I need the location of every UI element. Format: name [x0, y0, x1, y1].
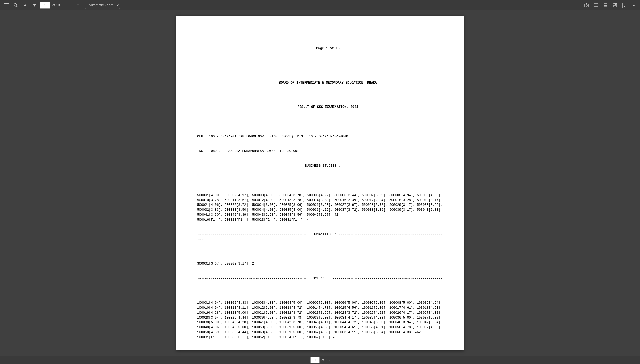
svg-rect-20 — [614, 5, 616, 7]
bottom-total-label: 13 — [326, 358, 329, 362]
svg-rect-17 — [607, 4, 607, 5]
pdf-content: Page 1 of 13 BOARD OF INTERMEDIATE & SEC… — [197, 31, 443, 350]
svg-line-4 — [16, 6, 18, 7]
svg-rect-1 — [4, 5, 9, 5]
prev-page-button[interactable] — [21, 1, 29, 9]
svg-rect-7 — [585, 4, 589, 7]
toolbar: of 13 − + Automatic Zoom Actual Size Pag… — [0, 0, 640, 10]
svg-marker-6 — [33, 4, 36, 7]
next-page-button[interactable] — [30, 1, 39, 9]
zoom-out-button[interactable]: − — [64, 1, 73, 9]
svg-rect-15 — [604, 6, 607, 7]
pdf-page: Page 1 of 13 BOARD OF INTERMEDIATE & SEC… — [176, 16, 464, 350]
business-data: 500001[4.00], 500002[4.17], 500003[4.00]… — [197, 193, 443, 222]
save-button[interactable] — [611, 1, 619, 9]
bottom-page-input[interactable] — [310, 357, 320, 363]
zoom-in-button[interactable]: + — [74, 1, 82, 9]
bottom-page-info: of 13 — [310, 357, 329, 363]
section-humanities-header: ----------------------------------------… — [197, 232, 443, 242]
page-top-header: Page 1 of 13 — [197, 41, 443, 56]
print-button[interactable] — [601, 1, 610, 9]
more-button[interactable]: » — [630, 1, 638, 9]
bookmark-button[interactable] — [620, 1, 628, 9]
presentation-button[interactable] — [592, 1, 600, 9]
zoom-select[interactable]: Automatic Zoom Actual Size Page Fit Page… — [85, 2, 120, 9]
page-total-label: of 13 — [52, 3, 60, 7]
bottom-bar: of 13 — [0, 356, 640, 364]
svg-rect-21 — [615, 4, 616, 5]
svg-point-9 — [586, 5, 587, 6]
page-top-header-text: Page 1 of 13 — [316, 46, 340, 50]
separator-1 — [62, 2, 62, 8]
pdf-viewer: Page 1 of 13 BOARD OF INTERMEDIATE & SEC… — [0, 10, 640, 356]
inst-line: INST: 108012 - RAMPURA EKRAMUNNESA BOYS'… — [197, 149, 443, 154]
title-line2: RESULT OF SSC EXAMINATION, 2024 — [197, 100, 443, 115]
section-science-header: ----------------------------------------… — [197, 276, 443, 281]
svg-rect-2 — [4, 7, 9, 7]
page-number-input[interactable] — [40, 2, 50, 9]
bottom-of-label: of — [321, 358, 324, 362]
svg-rect-10 — [594, 3, 598, 6]
svg-rect-8 — [586, 3, 587, 4]
svg-point-3 — [14, 3, 17, 6]
cent-line: CENT: 100 - DHAKA-01 (KHILGAON GOVT. HIG… — [197, 134, 443, 139]
svg-marker-5 — [24, 4, 26, 6]
svg-rect-16 — [604, 7, 606, 7]
humanities-data: 300001[3.67], 300002[3.17] =2 — [197, 261, 443, 266]
section-business-header: ----------------------------------------… — [197, 163, 443, 173]
science-data: 100001[4.94], 100002[4.83], 100003[4.83]… — [197, 301, 443, 340]
svg-rect-0 — [4, 3, 9, 4]
title-line1: BOARD OF INTERMEDIATE & SECONDARY EDUCAT… — [197, 75, 443, 90]
screenshot-button[interactable] — [582, 1, 591, 9]
toolbar-right: » — [582, 1, 638, 9]
search-button[interactable] — [12, 1, 20, 9]
sidebar-toggle-button[interactable] — [2, 1, 10, 9]
